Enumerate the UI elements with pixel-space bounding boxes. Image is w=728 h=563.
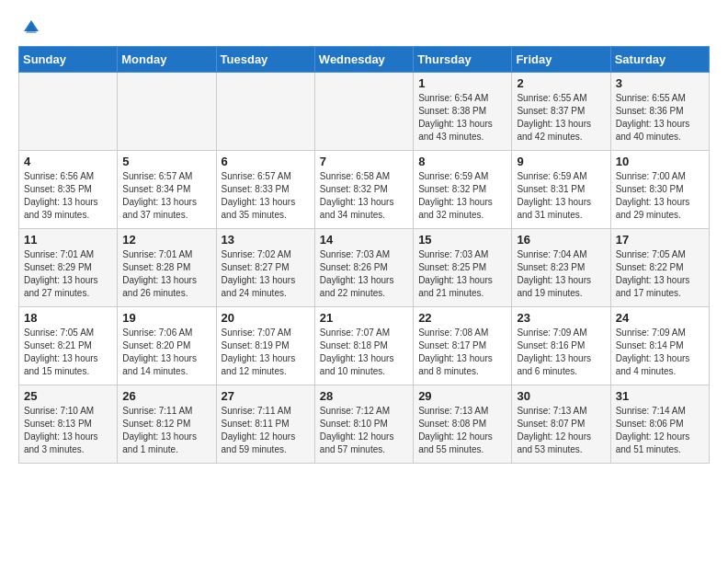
calendar-cell: 9Sunrise: 6:59 AM Sunset: 8:31 PM Daylig… xyxy=(512,151,610,229)
day-info: Sunrise: 6:58 AM Sunset: 8:32 PM Dayligh… xyxy=(320,170,408,222)
day-info: Sunrise: 7:14 AM Sunset: 8:06 PM Dayligh… xyxy=(616,405,704,456)
day-info: Sunrise: 7:05 AM Sunset: 8:21 PM Dayligh… xyxy=(24,327,112,378)
calendar-week-row: 1Sunrise: 6:54 AM Sunset: 8:38 PM Daylig… xyxy=(19,73,710,151)
calendar-cell: 28Sunrise: 7:12 AM Sunset: 8:10 PM Dayli… xyxy=(314,385,413,464)
day-info: Sunrise: 7:02 AM Sunset: 8:27 PM Dayligh… xyxy=(222,248,310,300)
calendar-cell: 17Sunrise: 7:05 AM Sunset: 8:22 PM Dayli… xyxy=(610,229,709,307)
day-info: Sunrise: 7:09 AM Sunset: 8:14 PM Dayligh… xyxy=(616,327,704,378)
day-info: Sunrise: 7:03 AM Sunset: 8:26 PM Dayligh… xyxy=(320,248,408,300)
logo xyxy=(18,18,40,37)
day-number: 2 xyxy=(517,76,605,90)
calendar-cell: 24Sunrise: 7:09 AM Sunset: 8:14 PM Dayli… xyxy=(610,307,709,385)
calendar-cell: 26Sunrise: 7:11 AM Sunset: 8:12 PM Dayli… xyxy=(118,385,216,464)
day-number: 11 xyxy=(24,233,112,247)
calendar-cell: 19Sunrise: 7:06 AM Sunset: 8:20 PM Dayli… xyxy=(118,307,216,385)
day-info: Sunrise: 7:06 AM Sunset: 8:20 PM Dayligh… xyxy=(122,327,210,378)
calendar-cell: 30Sunrise: 7:13 AM Sunset: 8:07 PM Dayli… xyxy=(512,385,610,464)
day-info: Sunrise: 7:03 AM Sunset: 8:25 PM Dayligh… xyxy=(418,248,506,300)
day-info: Sunrise: 6:57 AM Sunset: 8:33 PM Dayligh… xyxy=(222,170,310,222)
calendar-cell: 21Sunrise: 7:07 AM Sunset: 8:18 PM Dayli… xyxy=(314,307,413,385)
day-number: 15 xyxy=(418,233,506,247)
calendar-day-header: Wednesday xyxy=(314,47,413,73)
calendar-day-header: Saturday xyxy=(610,47,709,73)
day-info: Sunrise: 7:09 AM Sunset: 8:16 PM Dayligh… xyxy=(517,327,605,378)
day-info: Sunrise: 7:00 AM Sunset: 8:30 PM Dayligh… xyxy=(616,170,704,222)
calendar-cell: 27Sunrise: 7:11 AM Sunset: 8:11 PM Dayli… xyxy=(216,385,314,464)
day-number: 18 xyxy=(24,311,112,325)
calendar-day-header: Friday xyxy=(512,47,610,73)
day-number: 5 xyxy=(122,155,210,168)
calendar-cell: 31Sunrise: 7:14 AM Sunset: 8:06 PM Dayli… xyxy=(610,385,709,464)
calendar-day-header: Monday xyxy=(118,47,216,73)
day-number: 16 xyxy=(517,233,605,247)
day-info: Sunrise: 6:57 AM Sunset: 8:34 PM Dayligh… xyxy=(122,170,210,222)
calendar-day-header: Sunday xyxy=(19,47,118,73)
day-info: Sunrise: 7:05 AM Sunset: 8:22 PM Dayligh… xyxy=(616,248,704,300)
calendar-cell xyxy=(314,73,413,151)
calendar-cell: 3Sunrise: 6:55 AM Sunset: 8:36 PM Daylig… xyxy=(610,73,709,151)
calendar-week-row: 18Sunrise: 7:05 AM Sunset: 8:21 PM Dayli… xyxy=(19,307,710,385)
calendar-week-row: 25Sunrise: 7:10 AM Sunset: 8:13 PM Dayli… xyxy=(19,385,710,464)
day-number: 12 xyxy=(122,233,210,247)
calendar-cell: 12Sunrise: 7:01 AM Sunset: 8:28 PM Dayli… xyxy=(118,229,216,307)
day-number: 19 xyxy=(122,311,210,325)
day-number: 24 xyxy=(616,311,704,325)
calendar-cell: 1Sunrise: 6:54 AM Sunset: 8:38 PM Daylig… xyxy=(414,73,512,151)
calendar-cell xyxy=(118,73,216,151)
calendar-cell: 8Sunrise: 6:59 AM Sunset: 8:32 PM Daylig… xyxy=(414,151,512,229)
page-header xyxy=(18,18,710,37)
day-info: Sunrise: 7:13 AM Sunset: 8:07 PM Dayligh… xyxy=(517,405,605,456)
day-number: 30 xyxy=(517,389,605,403)
day-number: 14 xyxy=(320,233,408,247)
calendar-cell: 2Sunrise: 6:55 AM Sunset: 8:37 PM Daylig… xyxy=(512,73,610,151)
calendar-cell: 5Sunrise: 6:57 AM Sunset: 8:34 PM Daylig… xyxy=(118,151,216,229)
day-info: Sunrise: 7:12 AM Sunset: 8:10 PM Dayligh… xyxy=(320,405,408,456)
day-number: 13 xyxy=(222,233,310,247)
day-info: Sunrise: 7:10 AM Sunset: 8:13 PM Dayligh… xyxy=(24,405,112,456)
day-info: Sunrise: 7:01 AM Sunset: 8:29 PM Dayligh… xyxy=(24,248,112,300)
day-info: Sunrise: 7:07 AM Sunset: 8:18 PM Dayligh… xyxy=(320,327,408,378)
calendar-cell: 14Sunrise: 7:03 AM Sunset: 8:26 PM Dayli… xyxy=(314,229,413,307)
calendar-day-header: Thursday xyxy=(414,47,512,73)
day-number: 23 xyxy=(517,311,605,325)
calendar-cell xyxy=(216,73,314,151)
day-number: 26 xyxy=(122,389,210,403)
day-info: Sunrise: 7:07 AM Sunset: 8:19 PM Dayligh… xyxy=(222,327,310,378)
day-number: 9 xyxy=(517,155,605,168)
calendar-header-row: SundayMondayTuesdayWednesdayThursdayFrid… xyxy=(19,47,710,73)
calendar-week-row: 11Sunrise: 7:01 AM Sunset: 8:29 PM Dayli… xyxy=(19,229,710,307)
day-number: 4 xyxy=(24,155,112,168)
calendar-cell: 11Sunrise: 7:01 AM Sunset: 8:29 PM Dayli… xyxy=(19,229,118,307)
day-number: 27 xyxy=(222,389,310,403)
calendar-cell: 16Sunrise: 7:04 AM Sunset: 8:23 PM Dayli… xyxy=(512,229,610,307)
day-info: Sunrise: 6:54 AM Sunset: 8:38 PM Dayligh… xyxy=(418,92,506,144)
logo-icon xyxy=(22,18,40,37)
calendar-cell: 23Sunrise: 7:09 AM Sunset: 8:16 PM Dayli… xyxy=(512,307,610,385)
day-number: 17 xyxy=(616,233,704,247)
day-info: Sunrise: 7:11 AM Sunset: 8:12 PM Dayligh… xyxy=(122,405,210,456)
calendar-cell xyxy=(19,73,118,151)
day-info: Sunrise: 7:01 AM Sunset: 8:28 PM Dayligh… xyxy=(122,248,210,300)
calendar-table: SundayMondayTuesdayWednesdayThursdayFrid… xyxy=(18,46,710,464)
day-number: 25 xyxy=(24,389,112,403)
day-number: 3 xyxy=(616,76,704,90)
calendar-cell: 7Sunrise: 6:58 AM Sunset: 8:32 PM Daylig… xyxy=(314,151,413,229)
calendar-cell: 18Sunrise: 7:05 AM Sunset: 8:21 PM Dayli… xyxy=(19,307,118,385)
day-info: Sunrise: 7:08 AM Sunset: 8:17 PM Dayligh… xyxy=(418,327,506,378)
calendar-week-row: 4Sunrise: 6:56 AM Sunset: 8:35 PM Daylig… xyxy=(19,151,710,229)
calendar-cell: 13Sunrise: 7:02 AM Sunset: 8:27 PM Dayli… xyxy=(216,229,314,307)
calendar-cell: 6Sunrise: 6:57 AM Sunset: 8:33 PM Daylig… xyxy=(216,151,314,229)
day-info: Sunrise: 7:04 AM Sunset: 8:23 PM Dayligh… xyxy=(517,248,605,300)
day-number: 1 xyxy=(418,76,506,90)
day-number: 21 xyxy=(320,311,408,325)
calendar-cell: 20Sunrise: 7:07 AM Sunset: 8:19 PM Dayli… xyxy=(216,307,314,385)
day-number: 6 xyxy=(222,155,310,168)
day-number: 20 xyxy=(222,311,310,325)
day-info: Sunrise: 6:55 AM Sunset: 8:36 PM Dayligh… xyxy=(616,92,704,144)
calendar-cell: 29Sunrise: 7:13 AM Sunset: 8:08 PM Dayli… xyxy=(414,385,512,464)
calendar-cell: 15Sunrise: 7:03 AM Sunset: 8:25 PM Dayli… xyxy=(414,229,512,307)
day-info: Sunrise: 6:59 AM Sunset: 8:32 PM Dayligh… xyxy=(418,170,506,222)
day-number: 10 xyxy=(616,155,704,168)
calendar-cell: 4Sunrise: 6:56 AM Sunset: 8:35 PM Daylig… xyxy=(19,151,118,229)
day-number: 22 xyxy=(418,311,506,325)
